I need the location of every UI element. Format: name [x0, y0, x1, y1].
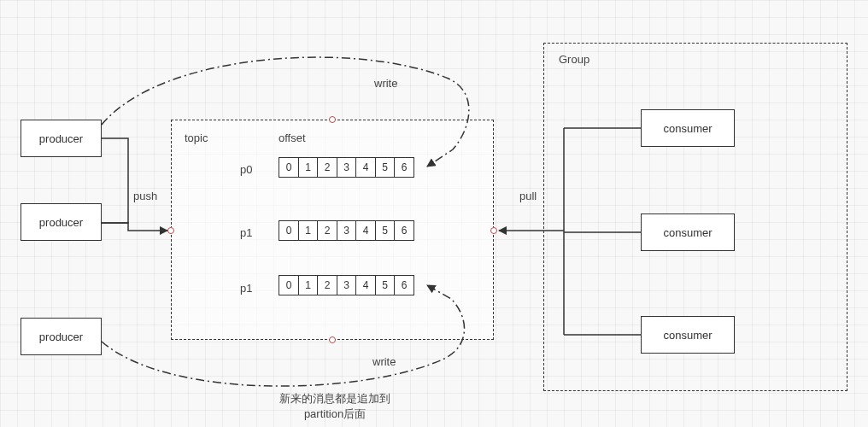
diagram-stage: { "producers": ["producer", "producer", … — [0, 0, 868, 427]
push-label: push — [133, 190, 157, 202]
consumer-label: consumer — [663, 226, 712, 239]
offset-cell: 6 — [394, 220, 414, 241]
write-label-top: write — [374, 77, 397, 90]
offset-cell: 1 — [298, 275, 319, 295]
topic-title: topic — [185, 132, 208, 144]
offset-cell: 5 — [375, 275, 396, 295]
pull-label: pull — [519, 190, 537, 202]
producer-label: producer — [39, 216, 83, 229]
offset-cell: 2 — [317, 275, 337, 295]
offset-cell: 5 — [375, 157, 396, 178]
consumer-label: consumer — [663, 329, 712, 342]
producer-box: producer — [21, 318, 102, 355]
offset-cell: 1 — [298, 157, 319, 178]
producer-box: producer — [21, 120, 102, 157]
consumer-label: consumer — [663, 122, 712, 135]
group-title: Group — [559, 53, 589, 66]
offset-cell: 4 — [355, 275, 376, 295]
consumer-box: consumer — [641, 214, 735, 251]
offset-cell: 6 — [394, 275, 414, 295]
offset-cell: 4 — [355, 157, 376, 178]
offset-cell: 3 — [337, 157, 357, 178]
offset-cell: 4 — [355, 220, 376, 241]
offset-label: offset — [279, 132, 306, 144]
consumer-box: consumer — [641, 316, 735, 354]
caption: 新来的消息都是追加到 partition后面 — [249, 391, 420, 422]
offset-cell: 3 — [337, 220, 357, 241]
consumer-box: consumer — [641, 109, 735, 147]
producer-label: producer — [39, 132, 83, 145]
offset-cell: 2 — [317, 220, 337, 241]
topic-port-bottom — [329, 336, 336, 343]
write-label-bottom: write — [372, 355, 396, 368]
topic-port-left — [167, 227, 174, 234]
offset-cell: 0 — [279, 275, 299, 295]
offset-cell: 1 — [298, 220, 319, 241]
topic-port-top — [329, 116, 336, 123]
partition-name: p1 — [240, 282, 252, 295]
partition-row: 0 1 2 3 4 5 6 — [279, 157, 414, 178]
offset-cell: 3 — [337, 275, 357, 295]
partition-row: 0 1 2 3 4 5 6 — [279, 275, 414, 295]
offset-cell: 2 — [317, 157, 337, 178]
offset-cell: 0 — [279, 220, 299, 241]
topic-port-right — [490, 227, 497, 234]
offset-cell: 6 — [394, 157, 414, 178]
producer-label: producer — [39, 330, 83, 343]
producer-box: producer — [21, 203, 102, 241]
partition-row: 0 1 2 3 4 5 6 — [279, 220, 414, 241]
partition-name: p0 — [240, 163, 252, 176]
caption-line2: partition后面 — [249, 407, 420, 422]
partition-name: p1 — [240, 226, 252, 239]
offset-cell: 0 — [279, 157, 299, 178]
caption-line1: 新来的消息都是追加到 — [249, 391, 420, 407]
offset-cell: 5 — [375, 220, 396, 241]
